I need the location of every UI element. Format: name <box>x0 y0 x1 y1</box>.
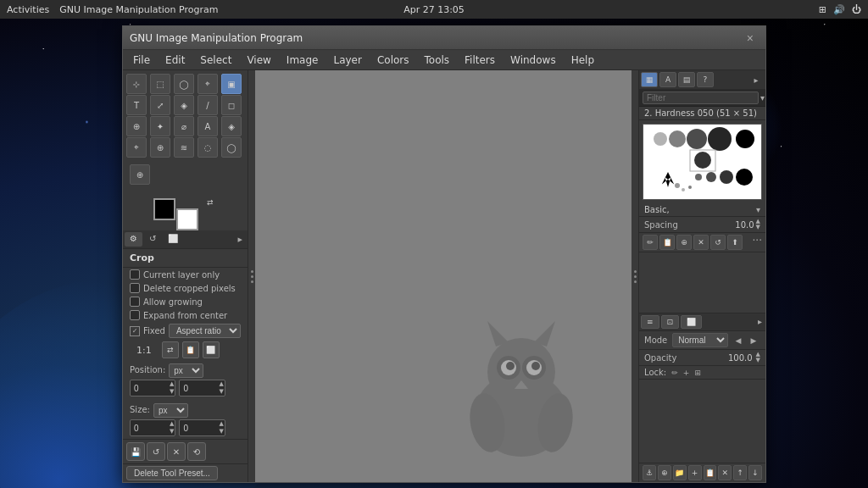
brush-category-arrow[interactable]: ▾ <box>756 205 760 214</box>
tool-options-tab[interactable]: ⚙ <box>125 232 142 247</box>
path-tool[interactable]: ⌀ <box>174 116 194 136</box>
brush-delete-btn[interactable]: ✕ <box>693 235 709 250</box>
heal-tool[interactable]: ✦ <box>150 116 170 136</box>
menu-filters[interactable]: Filters <box>458 53 502 68</box>
eraser-tool[interactable]: ◻ <box>221 95 242 115</box>
bucket-fill-tool[interactable]: ◈ <box>174 95 194 115</box>
warp-tool[interactable]: ≋ <box>174 137 194 158</box>
brush-more-btn[interactable]: ··· <box>753 235 762 250</box>
ratio-landscape-btn[interactable]: ⬜ <box>203 341 220 358</box>
brush-duplicate-btn[interactable]: 📋 <box>659 235 675 250</box>
right-separator[interactable] <box>632 70 638 482</box>
letter-tool[interactable]: A <box>198 116 218 136</box>
paint-tool[interactable]: ◌ <box>198 137 218 158</box>
delete-tool-preset-btn[interactable]: ✕ <box>167 442 186 461</box>
fixed-checkbox[interactable]: ✓ <box>130 326 140 336</box>
layer-new-from-visible-btn[interactable]: ⊕ <box>658 465 671 480</box>
lock-position-icon[interactable]: + <box>683 369 690 377</box>
position-unit-select[interactable]: px % mm <box>169 363 203 378</box>
foreground-color[interactable] <box>153 198 175 220</box>
ratio-preset-btn[interactable]: 📋 <box>182 341 199 358</box>
brush-export-btn[interactable]: ⬆ <box>727 235 743 250</box>
layer-mode-select[interactable]: Normal Dissolve Multiply Screen <box>672 333 728 347</box>
brush-new-btn[interactable]: ⊕ <box>676 235 692 250</box>
layer-channels-tab[interactable]: ≡ <box>641 315 659 329</box>
opacity-stepper[interactable]: ▲ ▼ <box>756 352 760 363</box>
free-select-tool[interactable]: ⌖ <box>198 74 218 94</box>
layer-group-btn[interactable]: 📁 <box>673 465 687 480</box>
size-unit-select[interactable]: px % mm <box>153 403 188 418</box>
zoom-tool[interactable]: ⊕ <box>150 137 170 158</box>
layer-mode-prev[interactable]: ◀ <box>732 334 745 347</box>
brush-font-tab[interactable]: A <box>659 72 676 87</box>
close-button[interactable]: × <box>742 30 759 47</box>
menu-file[interactable]: File <box>126 53 157 68</box>
app-indicator[interactable]: GNU Image Manipulation Program <box>59 4 218 15</box>
ratio-swap-btn[interactable]: ⇄ <box>162 341 179 358</box>
size-h-up[interactable]: ▲ <box>218 420 224 428</box>
alignment-tool[interactable]: ⊹ <box>126 74 147 94</box>
current-layer-checkbox[interactable] <box>130 269 140 280</box>
zoom-fit-tool[interactable]: ⊕ <box>130 164 150 185</box>
layer-undo-tab[interactable]: ⬜ <box>681 315 702 329</box>
ellipse-select-tool[interactable]: ◯ <box>174 74 194 94</box>
canvas-tab[interactable]: ⬜ <box>163 232 183 247</box>
pencil-tool[interactable]: / <box>198 95 218 115</box>
delete-preset-button[interactable]: Delete Tool Preset... <box>126 466 218 480</box>
layer-down-btn[interactable]: ↓ <box>748 465 762 480</box>
transform-tool[interactable]: ⤢ <box>150 95 170 115</box>
size-h-down[interactable]: ▼ <box>218 428 224 435</box>
panel-menu-icon[interactable]: ▸ <box>234 232 246 247</box>
reset-tool-btn[interactable]: ⟲ <box>187 442 206 461</box>
background-color[interactable] <box>176 208 198 230</box>
menu-windows[interactable]: Windows <box>504 53 563 68</box>
layer-anchor-btn[interactable]: ⚓ <box>643 465 656 480</box>
layer-delete-btn[interactable]: ✕ <box>718 465 732 480</box>
pos-x-up[interactable]: ▲ <box>169 380 175 388</box>
size-w-down[interactable]: ▼ <box>169 428 175 435</box>
rect-select-tool[interactable]: ⬚ <box>150 74 170 94</box>
measure-tool[interactable]: ⌖ <box>126 137 147 158</box>
pos-y-up[interactable]: ▲ <box>218 380 224 388</box>
allow-growing-checkbox[interactable] <box>130 297 140 307</box>
brush-filter-input[interactable] <box>643 92 759 104</box>
delete-cropped-checkbox[interactable] <box>130 283 140 293</box>
text-tool[interactable]: T <box>126 95 147 115</box>
activities-button[interactable]: Activities <box>7 4 49 15</box>
menu-view[interactable]: View <box>240 53 277 68</box>
size-w-up[interactable]: ▲ <box>169 420 175 428</box>
swap-colors-icon[interactable]: ⇄ <box>207 198 214 207</box>
pos-x-down[interactable]: ▼ <box>169 388 175 396</box>
size-h-input[interactable] <box>180 422 218 435</box>
aspect-ratio-select[interactable]: Aspect ratio Width Height Size <box>169 324 241 338</box>
menu-layer[interactable]: Layer <box>326 53 368 68</box>
layer-panel-menu[interactable]: ▸ <box>756 315 764 329</box>
brush-pattern-tab[interactable]: ▦ <box>641 72 658 87</box>
brush-gradient-tab[interactable]: ▤ <box>678 72 695 87</box>
pos-x-input[interactable] <box>131 382 169 395</box>
menu-tools[interactable]: Tools <box>418 53 457 68</box>
pos-y-down[interactable]: ▼ <box>218 388 224 396</box>
crop-tool[interactable]: ▣ <box>221 74 242 94</box>
lock-alpha-icon[interactable]: ⊞ <box>694 369 701 377</box>
opacity-down[interactable]: ▼ <box>756 358 760 363</box>
layer-paths-tab[interactable]: ⊡ <box>661 315 680 329</box>
menu-colors[interactable]: Colors <box>370 53 416 68</box>
menu-edit[interactable]: Edit <box>159 53 192 68</box>
layer-new-btn[interactable]: + <box>688 465 702 480</box>
layer-up-btn[interactable]: ↑ <box>733 465 747 480</box>
brush-edit-btn[interactable]: ✏ <box>643 235 658 250</box>
brush-panel-menu[interactable]: ▸ <box>748 72 764 87</box>
layer-mode-next[interactable]: ▶ <box>747 334 760 347</box>
canvas-area[interactable] <box>255 70 632 482</box>
color-picker[interactable]: ◈ <box>221 116 242 136</box>
dodge-tool[interactable]: ◯ <box>221 137 242 158</box>
clone-tool[interactable]: ⊕ <box>126 116 147 136</box>
menu-help[interactable]: Help <box>565 53 601 68</box>
brush-help-tab[interactable]: ? <box>697 72 714 87</box>
pos-y-input[interactable] <box>180 382 218 395</box>
expand-center-checkbox[interactable] <box>130 310 140 320</box>
spacing-stepper[interactable]: ▲ ▼ <box>756 219 760 230</box>
layer-duplicate-btn[interactable]: 📋 <box>704 465 717 480</box>
lock-pixels-icon[interactable]: ✏ <box>671 369 678 377</box>
